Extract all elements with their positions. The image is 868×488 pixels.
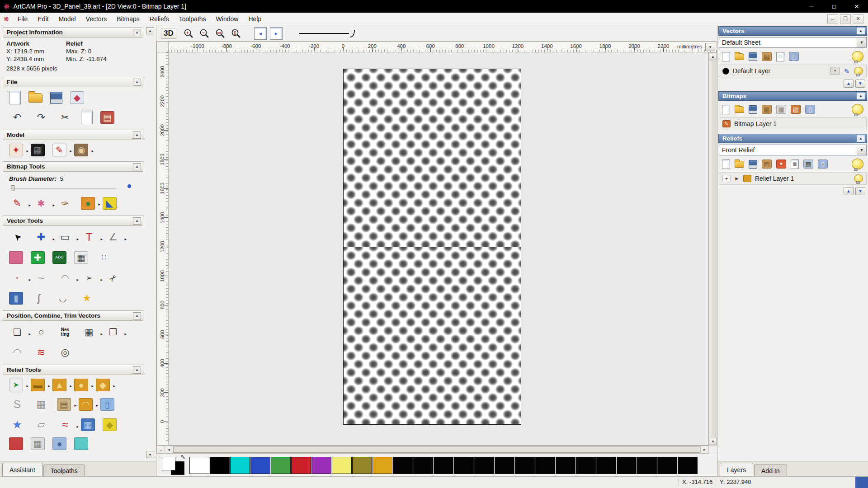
zoom-in-icon[interactable]: + — [182, 27, 195, 40]
arc-tool-icon[interactable]: ◠ — [57, 270, 73, 285]
flyout-arrow-icon[interactable]: ▸ — [91, 149, 94, 153]
move-relief-up-icon[interactable]: ▲ — [844, 187, 854, 195]
flyout-arrow-icon[interactable]: ▸ — [74, 403, 76, 408]
move-relief-down-icon[interactable]: ▼ — [855, 187, 865, 195]
copy-icon[interactable] — [81, 111, 93, 124]
tab-layers[interactable]: Layers — [720, 463, 753, 477]
trim-vectors-icon[interactable]: ✂ — [105, 270, 121, 285]
flyout-arrow-icon[interactable]: ▸ — [76, 277, 79, 282]
new-bitmap-layer-icon[interactable] — [722, 105, 730, 114]
colour-swatch-8[interactable] — [352, 457, 372, 474]
colour-swatch-13[interactable] — [454, 457, 474, 474]
sheet-select[interactable]: Default Sheet ▼ — [719, 37, 867, 48]
relief-tool-clipped-2[interactable]: ▦ — [31, 437, 45, 450]
layer-visibility-icon[interactable] — [854, 67, 863, 75]
relief-tool-clipped-1[interactable] — [9, 437, 23, 450]
flyout-arrow-icon[interactable]: ▸ — [28, 203, 31, 207]
colour-swatch-16[interactable] — [515, 457, 535, 474]
ruler-menu-button[interactable]: ▾ — [705, 43, 715, 51]
delete-vector-layer-icon[interactable]: ▯ — [789, 52, 799, 61]
smoothing-icon[interactable]: S — [9, 397, 25, 412]
sculpt-model-icon[interactable]: ✎ — [52, 144, 66, 156]
zoom-out-icon[interactable]: − — [198, 27, 211, 40]
abc-text-icon[interactable]: ABC — [52, 251, 66, 264]
chevron-down-icon[interactable]: ▼ — [857, 38, 866, 47]
greyscale-bitmap-icon[interactable]: ▦ — [776, 105, 786, 114]
node-edit-icon[interactable]: ʃ — [31, 291, 47, 305]
bitmap-visibility-bulb-icon[interactable] — [852, 104, 863, 115]
text-tool-icon[interactable]: T — [81, 230, 97, 244]
collapse-section-button[interactable]: ▲ — [133, 79, 141, 86]
relief-layer-thumb-icon[interactable] — [743, 175, 751, 182]
relief-tool-clipped-3[interactable]: ● — [52, 437, 66, 450]
collapse-section-button[interactable]: ▲ — [133, 217, 141, 225]
save-vector-layer-icon[interactable] — [749, 52, 757, 61]
colour-swatch-5[interactable] — [291, 457, 311, 474]
offset-relief-icon[interactable]: ◆ — [103, 418, 117, 431]
vertical-scroll-thumb[interactable] — [710, 61, 716, 437]
paste-icon[interactable]: ▤ — [100, 111, 114, 124]
relief-visibility-bulb-icon[interactable] — [852, 159, 863, 169]
edit-layer-icon[interactable]: ✎ — [842, 67, 851, 75]
flyout-arrow-icon[interactable]: ▸ — [26, 149, 28, 153]
tab-toolpaths[interactable]: Toolpaths — [43, 465, 85, 477]
extrude-relief-icon[interactable]: ◠ — [79, 398, 93, 411]
open-model-icon[interactable] — [28, 93, 42, 103]
colour-swatch-12[interactable] — [434, 457, 453, 474]
collapse-bitmaps-button[interactable]: ▲ — [857, 93, 865, 99]
flyout-arrow-icon[interactable]: ▸ — [48, 384, 50, 388]
vector-wizard-icon[interactable]: ★ — [79, 291, 95, 305]
flyout-arrow-icon[interactable]: ▸ — [100, 237, 103, 241]
scroll-up-button[interactable]: ▲ — [146, 27, 154, 34]
close-button[interactable]: ✕ — [845, 0, 868, 13]
chevron-down-icon[interactable]: ▼ — [857, 145, 866, 155]
colour-swatch-20[interactable] — [596, 457, 616, 474]
maximize-button[interactable]: □ — [823, 0, 845, 13]
minimize-button[interactable]: ─ — [800, 0, 823, 13]
new-vector-layer-icon[interactable] — [722, 52, 730, 61]
colour-swatch-14[interactable] — [474, 457, 494, 474]
flyout-arrow-icon[interactable]: ▸ — [98, 202, 100, 206]
mdi-minimize-button[interactable]: ─ — [827, 14, 838, 23]
paint-dots-icon[interactable]: ✱ — [33, 196, 49, 211]
brush-diameter-slider[interactable] — [9, 184, 137, 192]
tab-assistant[interactable]: Assistant — [2, 463, 42, 477]
menu-bitmaps[interactable]: Bitmaps — [112, 14, 145, 24]
layer-colour-dot[interactable] — [722, 68, 729, 75]
collapse-section-button[interactable]: ▲ — [133, 366, 141, 374]
scroll-right-arrow[interactable]: ► — [700, 446, 708, 453]
pan-both-button[interactable]: ↔ — [157, 446, 165, 453]
collapse-reliefs-button[interactable]: ▲ — [857, 135, 865, 142]
colour-swatch-18[interactable] — [556, 457, 576, 474]
select-vectors-icon[interactable]: ➤ — [9, 230, 25, 244]
collapse-section-button[interactable]: ▲ — [133, 312, 141, 319]
freehand-curve-icon[interactable]: ~ — [33, 270, 49, 285]
new-layer-bulb-icon[interactable] — [852, 51, 863, 62]
line-width-control[interactable] — [299, 28, 356, 39]
colour-swatch-0[interactable] — [189, 457, 209, 474]
colour-swatch-19[interactable] — [576, 457, 596, 474]
open-vector-layer-icon[interactable] — [735, 53, 744, 60]
cut-icon[interactable]: ✂ — [57, 110, 73, 125]
relief-properties-icon[interactable]: ▦ — [791, 160, 799, 169]
angled-plane-icon[interactable]: ▲ — [52, 379, 66, 391]
flyout-arrow-icon[interactable]: ▸ — [52, 237, 55, 241]
turn-model-icon[interactable]: ▯ — [100, 398, 114, 411]
colour-swatch-21[interactable] — [617, 457, 637, 474]
mdi-restore-button[interactable]: ❐ — [840, 14, 851, 23]
flyout-arrow-icon[interactable]: ▸ — [96, 403, 98, 408]
vertical-scrollbar[interactable]: ▲ ▼ — [709, 52, 717, 446]
flyout-arrow-icon[interactable]: ▸ — [70, 384, 72, 388]
point-array-icon[interactable]: ∷ — [96, 250, 112, 265]
save-relief-layer-icon[interactable] — [749, 160, 757, 169]
import-vectors-icon[interactable]: ▤ — [762, 52, 772, 61]
redo-icon[interactable]: ↷ — [33, 110, 49, 125]
calculate-relief-icon[interactable]: ▦ — [803, 160, 813, 169]
menu-vectors[interactable]: Vectors — [81, 14, 112, 24]
zoom-drawing-icon[interactable]: ▸ — [270, 27, 283, 40]
relief-layer-visibility-icon[interactable] — [854, 174, 863, 183]
collapse-section-button[interactable]: ▲ — [133, 131, 141, 139]
model-portrait-icon[interactable]: ◉ — [74, 144, 88, 156]
save-model-icon[interactable] — [50, 92, 62, 104]
greyscale-view-icon[interactable]: ▦ — [31, 144, 45, 156]
